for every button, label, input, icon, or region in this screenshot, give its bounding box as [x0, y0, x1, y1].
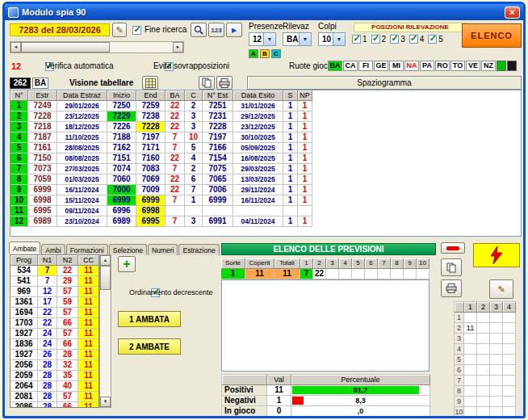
position-4[interactable]: 4 — [409, 35, 425, 44]
elenco-button[interactable]: ELENCO — [462, 23, 522, 48]
position-2[interactable]: 2 — [371, 35, 387, 44]
previsioni-cell[interactable] — [404, 269, 417, 279]
main-table-row[interactable]: 2722823/12/202572297238223723129/12/2025… — [10, 111, 312, 122]
main-table-cell[interactable]: 6995 — [28, 206, 57, 216]
wheel-ca[interactable]: CA — [343, 61, 358, 71]
rilevaz-combo[interactable]: BA ▼ — [283, 32, 312, 46]
side-grid-cell[interactable] — [477, 323, 490, 334]
prog-table-cell[interactable]: 11 — [78, 329, 99, 339]
main-table-cell[interactable]: 05/09/2025 — [233, 143, 283, 153]
prog-table-cell[interactable]: 26 — [38, 350, 57, 360]
side-grid-cell[interactable] — [503, 323, 516, 334]
main-table-cell[interactable]: 7162 — [107, 143, 136, 153]
scroll-left-arrow[interactable]: ◄ — [10, 42, 21, 52]
previsioni-cell[interactable]: 22 — [313, 269, 326, 279]
main-table-cell[interactable]: 6999 — [136, 195, 166, 206]
main-table-cell[interactable]: 7 — [10, 164, 28, 174]
chevron-down-icon[interactable]: ▼ — [299, 33, 311, 45]
side-grid-cell[interactable] — [464, 334, 477, 344]
prog-table-cell[interactable]: 1703 — [10, 318, 38, 329]
main-table-cell[interactable]: 4 — [10, 132, 28, 143]
prog-table-cell[interactable]: 1361 — [10, 297, 38, 308]
prog-table-cell[interactable]: 7 — [38, 266, 57, 276]
main-table-cell[interactable]: 7238 — [136, 111, 166, 122]
prog-table-cell[interactable]: 1836 — [10, 339, 38, 350]
prog-table-row[interactable]: 1927262811 — [10, 350, 98, 360]
group-b-box[interactable]: B — [260, 49, 270, 58]
side-grid-cell[interactable] — [503, 386, 516, 397]
main-table-cell[interactable]: 7 — [166, 164, 185, 174]
side-grid-cell[interactable] — [477, 365, 490, 376]
main-table-cell[interactable]: 3 — [185, 111, 203, 122]
prog-table-row[interactable]: 2086286611 — [10, 402, 98, 408]
main-table-cell[interactable]: 7 — [166, 143, 185, 153]
prog-table-cell[interactable]: 11 — [78, 266, 99, 276]
wheel-extra-0[interactable] — [497, 61, 506, 71]
side-grid-cell[interactable] — [477, 386, 490, 397]
main-table-cell[interactable]: 7075 — [203, 164, 233, 174]
main-table-cell[interactable]: 7083 — [136, 164, 166, 174]
main-table-cell[interactable]: 1 — [298, 101, 312, 111]
prog-table-cell[interactable]: 66 — [57, 318, 78, 329]
side-grid-cell[interactable] — [503, 313, 516, 323]
wheel-ba[interactable]: BA — [328, 61, 342, 71]
main-table-cell[interactable]: 6989 — [28, 216, 57, 227]
main-table-cell[interactable]: 27/03/2025 — [57, 164, 107, 174]
main-table-cell[interactable]: 1 — [283, 111, 298, 122]
side-grid-cell[interactable] — [464, 376, 477, 386]
side-grid-cell[interactable] — [503, 344, 516, 355]
main-table-cell[interactable]: 7060 — [107, 174, 136, 185]
side-grid-cell[interactable] — [490, 355, 503, 365]
main-table-cell[interactable]: 9 — [10, 185, 28, 195]
main-table-cell[interactable]: 6995 — [136, 216, 166, 227]
scroll-down-arrow[interactable]: ▼ — [100, 397, 111, 407]
prog-table-row[interactable]: 1694225711 — [10, 308, 98, 318]
prog-table-row[interactable]: 1703226611 — [10, 318, 98, 329]
one-ambata-button[interactable]: 1 AMBATA — [118, 311, 181, 327]
main-table-cell[interactable]: 7074 — [107, 164, 136, 174]
wheel-fi[interactable]: FI — [358, 61, 373, 71]
main-table-cell[interactable]: 7160 — [136, 153, 166, 164]
side-grid-cell[interactable] — [503, 355, 516, 365]
wheel-na[interactable]: NA — [404, 61, 419, 71]
main-table-row[interactable]: 7707327/03/20257074708372707529/03/20251… — [10, 164, 312, 174]
prog-table-row[interactable]: 2056283211 — [10, 360, 98, 371]
tab-formazioni[interactable]: Formazioni — [66, 244, 108, 255]
prog-table-cell[interactable]: 11 — [78, 297, 99, 308]
main-table-cell[interactable]: 16/11/2024 — [233, 195, 283, 206]
prog-table-cell[interactable]: 11 — [78, 339, 99, 350]
main-table-cell[interactable]: 1 — [298, 153, 312, 164]
prog-table-cell[interactable]: 28 — [38, 392, 57, 402]
side-grid-cell[interactable] — [464, 344, 477, 355]
main-table-cell[interactable]: 6989 — [107, 216, 136, 227]
main-table-cell[interactable]: 6991 — [203, 216, 233, 227]
prog-table-cell[interactable]: 32 — [57, 360, 78, 371]
prog-table-cell[interactable]: 1927 — [10, 329, 38, 339]
main-table-cell[interactable]: 7 — [166, 132, 185, 143]
main-table-cell[interactable]: 08/08/2025 — [57, 153, 107, 164]
chevron-down-icon[interactable]: ▼ — [263, 33, 275, 45]
main-table-cell[interactable]: 09/11/2024 — [57, 206, 107, 216]
prog-table-cell[interactable]: 22 — [38, 318, 57, 329]
main-table-cell[interactable]: 2 — [185, 101, 203, 111]
main-table-cell[interactable]: 7166 — [203, 143, 233, 153]
add-button[interactable]: + — [118, 256, 136, 272]
position-checkbox[interactable] — [390, 35, 399, 44]
remove-button[interactable] — [441, 242, 465, 254]
prog-table-cell[interactable]: 7 — [38, 276, 57, 287]
prog-table-cell[interactable]: 2086 — [10, 402, 38, 408]
main-table-cell[interactable] — [283, 206, 298, 216]
main-table-cell[interactable]: 1 — [298, 185, 312, 195]
prog-table-cell[interactable]: 28 — [38, 371, 57, 381]
prog-table-cell[interactable]: 11 — [78, 287, 99, 297]
main-table-cell[interactable]: 7069 — [136, 174, 166, 185]
scrollbar-thumb[interactable] — [100, 266, 111, 290]
prog-table-cell[interactable]: 534 — [10, 266, 38, 276]
prog-table-cell[interactable]: 11 — [78, 350, 99, 360]
wheel-ve[interactable]: VE — [466, 61, 480, 71]
main-table-cell[interactable]: 23/12/2025 — [233, 122, 283, 132]
tab-ambi[interactable]: Ambi — [41, 244, 65, 255]
position-5[interactable]: 5 — [428, 35, 443, 44]
main-table-cell[interactable]: 1 — [298, 122, 312, 132]
main-table-cell[interactable]: 1 — [283, 216, 298, 227]
